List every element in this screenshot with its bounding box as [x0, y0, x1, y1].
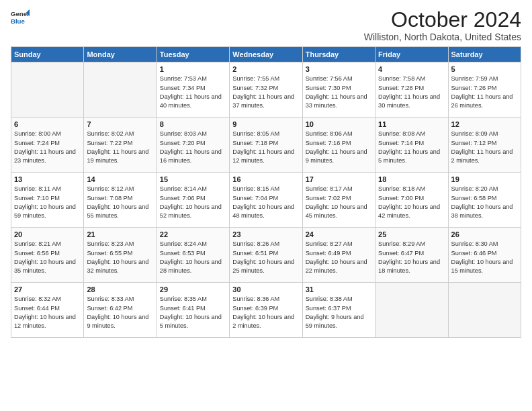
day-number: 15: [160, 175, 226, 183]
table-row: 28Sunrise: 8:33 AM Sunset: 6:42 PM Dayli…: [84, 283, 157, 338]
day-number: 19: [451, 175, 518, 183]
table-row: 19Sunrise: 8:20 AM Sunset: 6:58 PM Dayli…: [448, 173, 521, 228]
table-row: 24Sunrise: 8:27 AM Sunset: 6:49 PM Dayli…: [302, 228, 375, 283]
day-info: Sunrise: 7:53 AM Sunset: 7:34 PM Dayligh…: [160, 75, 226, 110]
day-number: 3: [306, 65, 372, 73]
table-row: 2Sunrise: 7:55 AM Sunset: 7:32 PM Daylig…: [230, 62, 302, 118]
day-info: Sunrise: 8:27 AM Sunset: 6:49 PM Dayligh…: [306, 240, 372, 275]
day-number: 2: [232, 65, 299, 73]
table-row: 27Sunrise: 8:32 AM Sunset: 6:44 PM Dayli…: [11, 283, 84, 338]
table-row: 16Sunrise: 8:15 AM Sunset: 7:04 PM Dayli…: [230, 173, 302, 228]
day-info: Sunrise: 8:20 AM Sunset: 6:58 PM Dayligh…: [451, 185, 518, 220]
table-row: 21Sunrise: 8:23 AM Sunset: 6:55 PM Dayli…: [84, 228, 157, 283]
table-row: 15Sunrise: 8:14 AM Sunset: 7:06 PM Dayli…: [157, 173, 229, 228]
day-number: 31: [306, 285, 372, 293]
table-row: 26Sunrise: 8:30 AM Sunset: 6:46 PM Dayli…: [448, 228, 521, 283]
week-row-5: 27Sunrise: 8:32 AM Sunset: 6:44 PM Dayli…: [11, 283, 521, 338]
day-number: 18: [378, 175, 445, 183]
day-number: 13: [14, 175, 81, 183]
day-number: 27: [14, 285, 81, 293]
day-number: 29: [160, 285, 226, 293]
day-number: 7: [87, 120, 153, 128]
day-info: Sunrise: 8:14 AM Sunset: 7:06 PM Dayligh…: [160, 185, 226, 220]
day-number: 30: [232, 285, 299, 293]
day-number: 9: [232, 120, 299, 128]
logo-icon: General Blue: [11, 8, 30, 27]
week-row-1: 1Sunrise: 7:53 AM Sunset: 7:34 PM Daylig…: [11, 62, 521, 118]
calendar-table: Sunday Monday Tuesday Wednesday Thursday…: [11, 46, 521, 338]
day-info: Sunrise: 8:30 AM Sunset: 6:46 PM Dayligh…: [451, 240, 518, 275]
day-info: Sunrise: 8:05 AM Sunset: 7:18 PM Dayligh…: [232, 130, 299, 165]
day-info: Sunrise: 8:18 AM Sunset: 7:00 PM Dayligh…: [378, 185, 445, 220]
week-row-4: 20Sunrise: 8:21 AM Sunset: 6:56 PM Dayli…: [11, 228, 521, 283]
day-number: 21: [87, 230, 153, 238]
day-info: Sunrise: 8:23 AM Sunset: 6:55 PM Dayligh…: [87, 240, 153, 275]
day-number: 5: [451, 65, 518, 73]
day-number: 4: [378, 65, 445, 73]
day-number: 8: [160, 120, 226, 128]
day-info: Sunrise: 8:17 AM Sunset: 7:02 PM Dayligh…: [306, 185, 372, 220]
table-row: 25Sunrise: 8:29 AM Sunset: 6:47 PM Dayli…: [375, 228, 448, 283]
table-row: 31Sunrise: 8:38 AM Sunset: 6:37 PM Dayli…: [302, 283, 375, 338]
week-row-2: 6Sunrise: 8:00 AM Sunset: 7:24 PM Daylig…: [11, 118, 521, 173]
header-friday: Friday: [375, 47, 448, 62]
day-info: Sunrise: 8:11 AM Sunset: 7:10 PM Dayligh…: [14, 185, 81, 220]
table-row: 8Sunrise: 8:03 AM Sunset: 7:20 PM Daylig…: [157, 118, 229, 173]
day-info: Sunrise: 8:21 AM Sunset: 6:56 PM Dayligh…: [14, 240, 81, 275]
subtitle: Williston, North Dakota, United States: [364, 32, 521, 42]
main-container: General Blue October 2024 Williston, Nor…: [0, 0, 532, 343]
table-row: [11, 62, 84, 118]
table-row: 23Sunrise: 8:26 AM Sunset: 6:51 PM Dayli…: [230, 228, 302, 283]
table-row: 11Sunrise: 8:08 AM Sunset: 7:14 PM Dayli…: [375, 118, 448, 173]
day-info: Sunrise: 8:26 AM Sunset: 6:51 PM Dayligh…: [232, 240, 299, 275]
day-info: Sunrise: 8:00 AM Sunset: 7:24 PM Dayligh…: [14, 130, 81, 165]
header-row: General Blue October 2024 Williston, Nor…: [11, 8, 521, 42]
table-row: 29Sunrise: 8:35 AM Sunset: 6:41 PM Dayli…: [157, 283, 229, 338]
table-row: 22Sunrise: 8:24 AM Sunset: 6:53 PM Dayli…: [157, 228, 229, 283]
day-info: Sunrise: 8:38 AM Sunset: 6:37 PM Dayligh…: [306, 295, 372, 330]
day-info: Sunrise: 7:55 AM Sunset: 7:32 PM Dayligh…: [232, 75, 299, 110]
header-wednesday: Wednesday: [230, 47, 302, 62]
header-thursday: Thursday: [302, 47, 375, 62]
header-tuesday: Tuesday: [157, 47, 229, 62]
day-info: Sunrise: 8:02 AM Sunset: 7:22 PM Dayligh…: [87, 130, 153, 165]
day-info: Sunrise: 8:35 AM Sunset: 6:41 PM Dayligh…: [160, 295, 226, 330]
table-row: 3Sunrise: 7:56 AM Sunset: 7:30 PM Daylig…: [302, 62, 375, 118]
table-row: 13Sunrise: 8:11 AM Sunset: 7:10 PM Dayli…: [11, 173, 84, 228]
day-number: 20: [14, 230, 81, 238]
table-row: 18Sunrise: 8:18 AM Sunset: 7:00 PM Dayli…: [375, 173, 448, 228]
day-number: 10: [306, 120, 372, 128]
day-info: Sunrise: 7:56 AM Sunset: 7:30 PM Dayligh…: [306, 75, 372, 110]
table-row: 1Sunrise: 7:53 AM Sunset: 7:34 PM Daylig…: [157, 62, 229, 118]
day-info: Sunrise: 8:33 AM Sunset: 6:42 PM Dayligh…: [87, 295, 153, 330]
day-info: Sunrise: 8:08 AM Sunset: 7:14 PM Dayligh…: [378, 130, 445, 165]
svg-text:General: General: [11, 10, 30, 17]
table-row: 6Sunrise: 8:00 AM Sunset: 7:24 PM Daylig…: [11, 118, 84, 173]
day-info: Sunrise: 7:58 AM Sunset: 7:28 PM Dayligh…: [378, 75, 445, 110]
day-number: 6: [14, 120, 81, 128]
logo: General Blue: [11, 8, 30, 27]
table-row: 4Sunrise: 7:58 AM Sunset: 7:28 PM Daylig…: [375, 62, 448, 118]
table-row: 7Sunrise: 8:02 AM Sunset: 7:22 PM Daylig…: [84, 118, 157, 173]
table-row: 5Sunrise: 7:59 AM Sunset: 7:26 PM Daylig…: [448, 62, 521, 118]
table-row: [448, 283, 521, 338]
table-row: [84, 62, 157, 118]
day-number: 28: [87, 285, 153, 293]
day-info: Sunrise: 7:59 AM Sunset: 7:26 PM Dayligh…: [451, 75, 518, 110]
header-sunday: Sunday: [11, 47, 84, 62]
table-row: 17Sunrise: 8:17 AM Sunset: 7:02 PM Dayli…: [302, 173, 375, 228]
main-title: October 2024: [364, 8, 521, 32]
week-row-3: 13Sunrise: 8:11 AM Sunset: 7:10 PM Dayli…: [11, 173, 521, 228]
day-number: 16: [232, 175, 299, 183]
header-saturday: Saturday: [448, 47, 521, 62]
title-section: October 2024 Williston, North Dakota, Un…: [364, 8, 521, 42]
day-number: 1: [160, 65, 226, 73]
day-info: Sunrise: 8:03 AM Sunset: 7:20 PM Dayligh…: [160, 130, 226, 165]
day-number: 23: [232, 230, 299, 238]
svg-text:Blue: Blue: [11, 17, 25, 25]
table-row: 30Sunrise: 8:36 AM Sunset: 6:39 PM Dayli…: [230, 283, 302, 338]
day-number: 11: [378, 120, 445, 128]
day-info: Sunrise: 8:15 AM Sunset: 7:04 PM Dayligh…: [232, 185, 299, 220]
day-number: 25: [378, 230, 445, 238]
table-row: 12Sunrise: 8:09 AM Sunset: 7:12 PM Dayli…: [448, 118, 521, 173]
